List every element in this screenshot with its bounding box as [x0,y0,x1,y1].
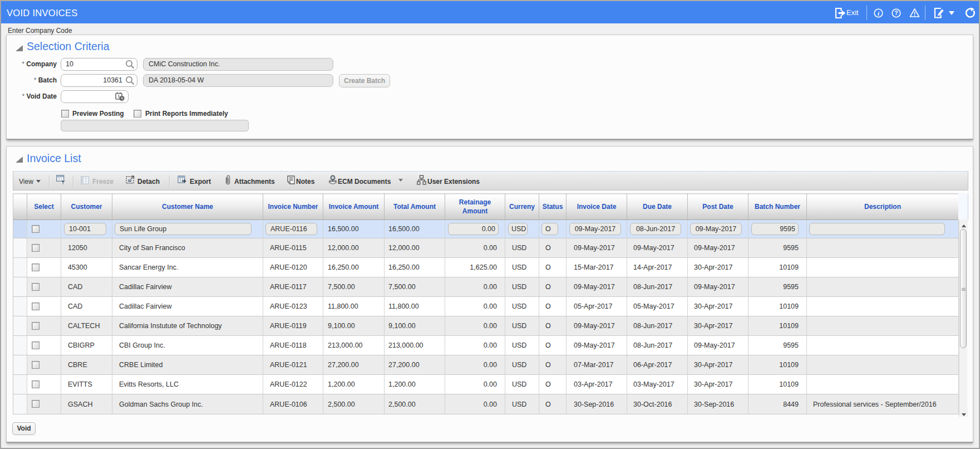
svg-text:i: i [878,10,880,17]
svg-text:?: ? [894,9,898,16]
